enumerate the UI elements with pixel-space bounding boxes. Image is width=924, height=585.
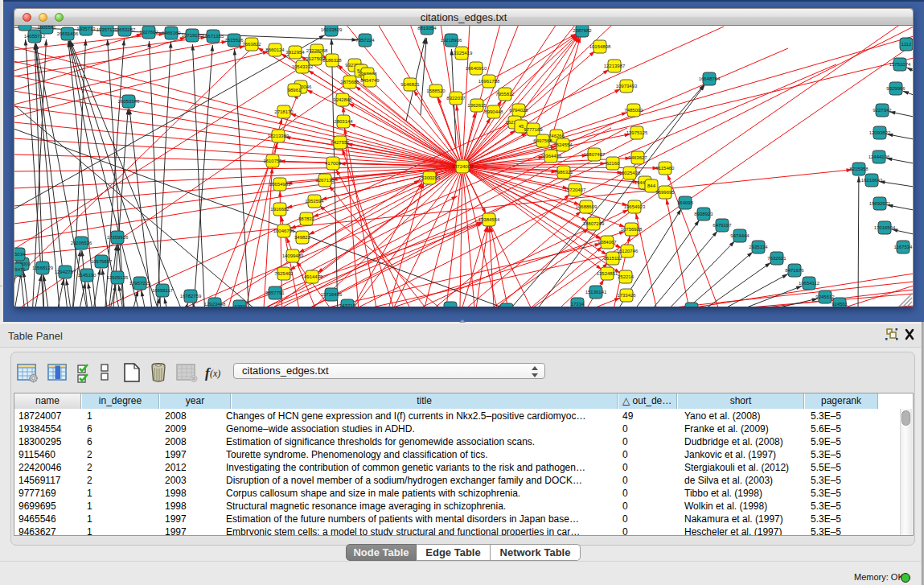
svg-text:13524851: 13524851	[597, 271, 618, 276]
svg-text:10975857: 10975857	[91, 259, 113, 264]
svg-text:16033809: 16033809	[321, 27, 343, 32]
svg-text:8427552: 8427552	[331, 140, 350, 145]
svg-text:(x): (x)	[210, 368, 220, 379]
svg-text:2087682: 2087682	[573, 28, 592, 33]
svg-text:164095: 164095	[677, 200, 694, 205]
svg-text:1733426: 1733426	[617, 293, 636, 298]
svg-text:10654112: 10654112	[799, 281, 820, 286]
svg-text:7986322: 7986322	[554, 170, 573, 175]
svg-text:19654923: 19654923	[624, 204, 646, 209]
svg-text:1112: 1112	[901, 42, 912, 47]
svg-text:7625402: 7625402	[274, 271, 294, 276]
svg-text:16648764: 16648764	[699, 76, 721, 81]
svg-text:12213389: 12213389	[268, 134, 290, 138]
svg-text:14055712: 14055712	[24, 34, 46, 39]
svg-text:10654983: 10654983	[269, 182, 291, 187]
svg-text:18724007: 18724007	[452, 164, 474, 169]
svg-text:98961: 98961	[288, 88, 302, 93]
svg-text:8322037: 8322037	[446, 96, 466, 101]
svg-text:1167534: 1167534	[894, 245, 913, 249]
svg-text:16671355: 16671355	[203, 34, 224, 39]
svg-text:9699695: 9699695	[655, 190, 675, 195]
svg-text:417006: 417006	[325, 161, 342, 166]
svg-text:9245612: 9245612	[815, 295, 835, 299]
svg-text:11568129: 11568129	[32, 266, 54, 270]
svg-text:8186328: 8186328	[322, 58, 342, 63]
svg-text:17016504: 17016504	[874, 225, 896, 230]
svg-text:20691406: 20691406	[57, 31, 79, 36]
svg-text:1327602: 1327602	[139, 30, 158, 35]
svg-text:2803144: 2803144	[334, 119, 353, 124]
svg-text:1292: 1292	[234, 304, 245, 307]
svg-text:16640910: 16640910	[466, 66, 487, 71]
svg-text:10154808: 10154808	[589, 44, 611, 49]
svg-text:6479197: 6479197	[713, 223, 732, 228]
svg-text:9084067: 9084067	[598, 240, 617, 245]
svg-text:3912954: 3912954	[285, 50, 305, 55]
svg-text:12942757: 12942757	[55, 270, 76, 274]
svg-text:7485003: 7485003	[624, 108, 643, 113]
svg-text:10046796: 10046796	[273, 229, 295, 233]
svg-text:6497568: 6497568	[533, 138, 552, 143]
svg-text:16210643: 16210643	[861, 178, 883, 183]
svg-text:16958117: 16958117	[152, 288, 174, 293]
svg-text:12923448: 12923448	[204, 302, 226, 307]
svg-text:8660124: 8660124	[265, 47, 285, 52]
svg-text:16958821: 16958821	[14, 26, 36, 27]
svg-text:12905135: 12905135	[107, 275, 129, 280]
svg-text:1145190: 1145190	[78, 273, 97, 278]
svg-text:9777169: 9777169	[524, 127, 543, 132]
svg-text:1905581: 1905581	[37, 26, 56, 30]
svg-text:844: 844	[647, 183, 656, 188]
svg-text:3267130: 3267130	[315, 178, 335, 183]
svg-text:8471676: 8471676	[785, 268, 804, 273]
svg-text:8990448: 8990448	[484, 109, 503, 114]
svg-text:10653287: 10653287	[114, 27, 136, 32]
svg-text:7955812: 7955812	[495, 92, 515, 97]
svg-text:1362615: 1362615	[467, 103, 487, 108]
svg-text:15716485: 15716485	[321, 292, 343, 297]
svg-text:3875685: 3875685	[340, 80, 359, 84]
svg-text:6466160: 6466160	[162, 31, 181, 35]
svg-text:12213987: 12213987	[604, 64, 626, 68]
svg-text:25300293: 25300293	[419, 175, 441, 180]
svg-text:10688609: 10688609	[576, 204, 598, 209]
svg-text:6794028: 6794028	[509, 108, 528, 113]
svg-text:12444196: 12444196	[869, 154, 890, 159]
svg-text:2935134: 2935134	[749, 245, 768, 249]
svg-text:17359926: 17359926	[107, 235, 129, 240]
svg-text:13325419: 13325419	[451, 51, 473, 56]
svg-text:15034: 15034	[14, 252, 26, 257]
svg-text:16961758: 16961758	[478, 79, 500, 84]
svg-text:10973493: 10973493	[616, 84, 638, 89]
svg-text:9329966: 9329966	[886, 86, 906, 91]
svg-text:3919471: 3919471	[14, 267, 26, 272]
svg-text:18807249: 18807249	[583, 221, 605, 226]
svg-text:8454749: 8454749	[360, 78, 380, 83]
svg-text:9657791: 9657791	[265, 290, 285, 295]
svg-text:9115460: 9115460	[656, 166, 676, 171]
svg-text:143210: 143210	[339, 303, 356, 307]
svg-text:1353594: 1353594	[305, 199, 324, 204]
svg-text:8938923: 8938923	[694, 212, 713, 216]
svg-text:9227342: 9227342	[873, 108, 892, 113]
svg-text:62160: 62160	[606, 161, 620, 166]
svg-text:14099489: 14099489	[282, 253, 304, 258]
svg-text:15136141: 15136141	[585, 290, 607, 295]
svg-text:1610755: 1610755	[263, 159, 282, 163]
svg-text:9245: 9245	[445, 306, 456, 307]
svg-text:8215958: 8215958	[849, 167, 869, 171]
svg-text:19218906: 19218906	[441, 38, 462, 43]
svg-text:7515526: 7515526	[224, 38, 244, 43]
svg-text:17334: 17334	[571, 302, 585, 307]
svg-text:1615112: 1615112	[604, 256, 623, 261]
svg-text:387832: 387832	[298, 216, 315, 221]
svg-text:3624554: 3624554	[553, 142, 573, 147]
svg-text:9463627: 9463627	[628, 155, 647, 160]
svg-text:10756928: 10756928	[621, 227, 643, 232]
svg-text:20206526: 20206526	[71, 241, 92, 245]
svg-text:9146821: 9146821	[400, 82, 420, 87]
svg-text:15751074: 15751074	[889, 62, 911, 67]
svg-text:1916682: 1916682	[270, 207, 290, 212]
svg-text:9474444: 9474444	[730, 233, 749, 238]
